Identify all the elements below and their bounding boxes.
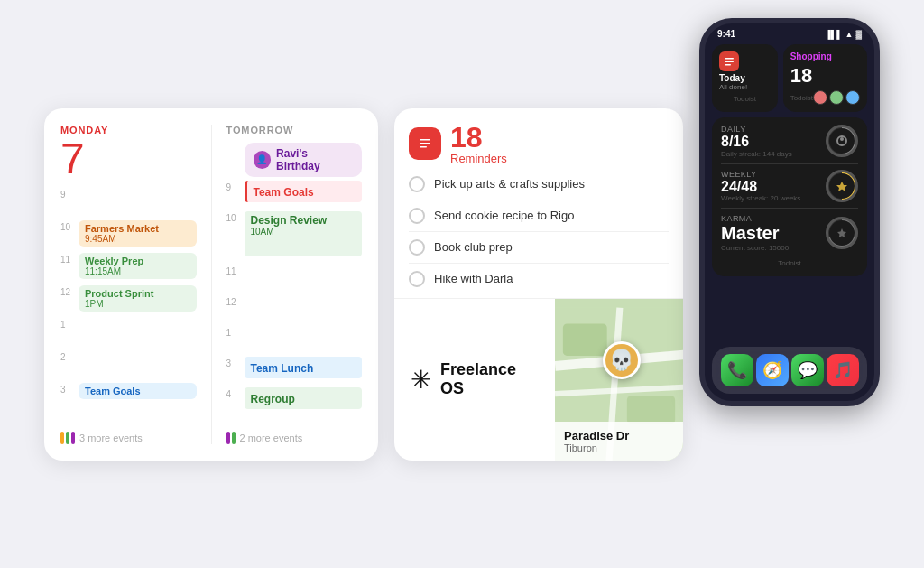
- birthday-event[interactable]: 👤 Ravi's Birthday: [245, 143, 363, 177]
- more-events-left[interactable]: 3 more events: [60, 432, 197, 444]
- dot-orange: [60, 432, 64, 444]
- map-section[interactable]: 💀 Paradise Dr Tiburon: [555, 299, 683, 461]
- daily-info: Daily 8/16 Daily streak: 144 days: [721, 125, 826, 158]
- time-1-right: 1: [226, 326, 243, 338]
- time-4-right: 4: [226, 387, 243, 399]
- more-events-label: 3 more events: [79, 433, 143, 443]
- reminder-text: Hike with Darla: [434, 272, 513, 285]
- phone-widget: 9:41 ▐▌▌ ▲ ▓ Today All done! Todoist: [699, 18, 880, 406]
- event-title: Product Sprint: [85, 288, 190, 299]
- tomorrow-events: 👤 Ravi's Birthday 9 Team Goals 10 Design…: [226, 143, 363, 428]
- reminder-text: Book club prep: [434, 240, 513, 254]
- karma-sub: Current score: 15000: [721, 244, 826, 252]
- todoist-app-label: Todoist: [719, 93, 771, 105]
- time-row-3: 3 Team Goals: [60, 383, 197, 415]
- weekly-prep-event[interactable]: Weekly Prep 11:15AM: [79, 253, 197, 279]
- reminder-circle: [409, 239, 425, 256]
- daily-row: Daily 8/16 Daily streak: 144 days: [721, 125, 858, 158]
- avatar-1: [813, 90, 827, 105]
- time-empty: [226, 143, 243, 144]
- map-location-title: Paradise Dr: [564, 429, 674, 442]
- time-row-9: 9: [60, 188, 197, 220]
- more-events-right[interactable]: 2 more events: [226, 432, 363, 444]
- reminder-circle: [409, 208, 425, 224]
- design-review-event[interactable]: Design Review 10AM: [245, 211, 363, 256]
- event-title: Farmers Market: [85, 223, 190, 234]
- reminder-item-1[interactable]: Send cookie recipe to Rigo: [409, 208, 669, 232]
- map-pin-avatar: 💀: [603, 341, 641, 379]
- freelance-section[interactable]: ✳ Freelance OS: [394, 299, 555, 461]
- today-widget-sub: All done!: [719, 83, 771, 91]
- dock-safari-icon[interactable]: 🧭: [756, 354, 789, 386]
- design-review-row: 10 Design Review 10AM: [226, 211, 363, 261]
- time-row-2: 2: [60, 350, 197, 383]
- dock-phone-icon[interactable]: 📞: [721, 354, 753, 386]
- today-widget-title: Today: [719, 73, 771, 83]
- time-11-right: 11: [226, 265, 243, 276]
- shopping-avatars: [813, 90, 860, 105]
- svg-rect-1: [420, 143, 430, 144]
- svg-rect-8: [627, 396, 675, 424]
- calendar-separator: [211, 125, 212, 444]
- team-goals-tomorrow-event[interactable]: Team Goals: [245, 181, 363, 202]
- reminder-circle: [409, 271, 425, 287]
- daily-circle: [826, 125, 858, 157]
- dot-green: [232, 432, 236, 444]
- time-row-12: 12 Product Sprint 1PM: [60, 285, 197, 318]
- time-10: 10: [60, 220, 77, 232]
- more-dots: [60, 432, 75, 444]
- farmers-market-event[interactable]: Farmers Market 9:45AM: [79, 220, 197, 247]
- regroup-event[interactable]: Regroup: [245, 387, 363, 409]
- weekly-info: Weekly 24/48 Weekly streak: 20 weeks: [721, 170, 826, 203]
- reminder-item-0[interactable]: Pick up arts & crafts supplies: [409, 176, 669, 200]
- svg-rect-10: [725, 61, 734, 63]
- time-10-right: 10: [226, 211, 243, 223]
- svg-rect-2: [420, 146, 427, 148]
- reminders-count-section: 18 Reminders: [450, 123, 507, 165]
- phone-dock: 📞 🧭 💬 🎵: [712, 347, 867, 394]
- reminder-text: Pick up arts & crafts supplies: [434, 177, 585, 191]
- time-9: 9: [60, 188, 77, 200]
- phone-content: Today All done! Todoist Shopping 18 Todo…: [705, 41, 874, 343]
- divider2: [721, 208, 858, 209]
- svg-point-13: [840, 137, 844, 141]
- dock-messages-icon[interactable]: 💬: [791, 354, 824, 386]
- time-row-1: 1: [60, 318, 197, 350]
- weekly-circle-inner: [829, 173, 855, 199]
- battery-icon: ▓: [855, 30, 862, 39]
- team-lunch-event[interactable]: Team Lunch: [245, 357, 363, 378]
- tomorrow-label: TOMORROW: [226, 125, 363, 135]
- today-number: 7: [60, 137, 197, 181]
- reminders-map-widget: 18 Reminders Pick up arts & crafts suppl…: [394, 108, 683, 461]
- reminder-item-2[interactable]: Book club prep: [409, 239, 669, 264]
- reminder-item-3[interactable]: Hike with Darla: [409, 271, 669, 294]
- team-goals-today-event[interactable]: Team Goals: [79, 383, 197, 399]
- karma-widget[interactable]: Daily 8/16 Daily streak: 144 days Weekly: [712, 117, 867, 276]
- map-location-sub: Tiburon: [564, 442, 674, 453]
- reminder-text: Send cookie recipe to Rigo: [434, 209, 574, 222]
- weekly-label: Weekly: [721, 170, 826, 179]
- event-title: Design Review: [251, 214, 356, 227]
- svg-rect-11: [725, 64, 731, 66]
- todoist-today-widget[interactable]: Today All done! Todoist: [712, 44, 778, 112]
- birthday-row: 👤 Ravi's Birthday: [226, 143, 363, 177]
- regroup-row: 4 Regroup: [226, 387, 363, 414]
- time-row-spacer3: 1: [226, 326, 363, 353]
- svg-marker-14: [836, 182, 847, 191]
- birthday-icon: 👤: [254, 151, 272, 169]
- product-sprint-event[interactable]: Product Sprint 1PM: [79, 285, 197, 312]
- event-title: Weekly Prep: [85, 256, 190, 266]
- dock-music-icon[interactable]: 🎵: [827, 354, 859, 386]
- widget-bottom: ✳ Freelance OS 💀 Paradise Dr Tiburon: [394, 298, 683, 461]
- reminders-count: 18: [450, 123, 507, 152]
- today-events: 9 10 Farmers Market 9:45AM 11 Weekly Pre…: [60, 188, 197, 428]
- dot-purple: [71, 432, 75, 444]
- time-3-right: 3: [226, 357, 243, 368]
- time-row-spacer2: 12: [226, 295, 363, 322]
- status-icons: ▐▌▌ ▲ ▓: [825, 30, 862, 39]
- todoist-shopping-widget[interactable]: Shopping 18 Todoist: [783, 44, 867, 112]
- daily-label: Daily: [721, 125, 826, 134]
- time-12-right: 12: [226, 295, 243, 307]
- reminders-section: 18 Reminders Pick up arts & crafts suppl…: [394, 108, 683, 298]
- avatar-2: [829, 90, 844, 105]
